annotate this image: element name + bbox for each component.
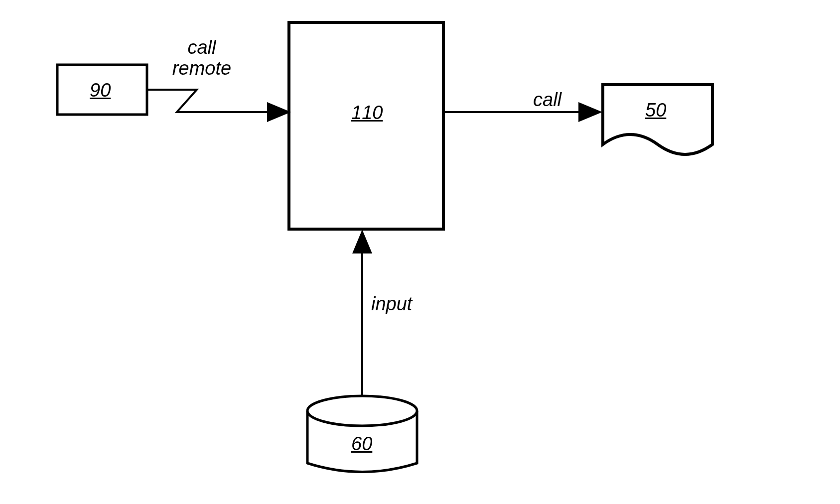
label-input: input <box>371 294 412 315</box>
edge-call-remote <box>147 90 289 112</box>
diagram-svg <box>0 0 840 504</box>
ref-110: 110 <box>351 102 383 124</box>
label-call-remote-line2: remote <box>172 58 231 79</box>
label-call-remote-line1: call <box>187 37 216 58</box>
label-call: call <box>533 90 561 111</box>
box-110 <box>289 22 443 229</box>
ref-50: 50 <box>645 100 666 121</box>
ref-90: 90 <box>90 80 111 101</box>
diagram-canvas: 90 110 50 60 call remote call input <box>0 0 840 504</box>
label-call-remote: call remote <box>164 37 239 79</box>
ref-60: 60 <box>351 433 372 455</box>
svg-point-1 <box>307 396 417 426</box>
